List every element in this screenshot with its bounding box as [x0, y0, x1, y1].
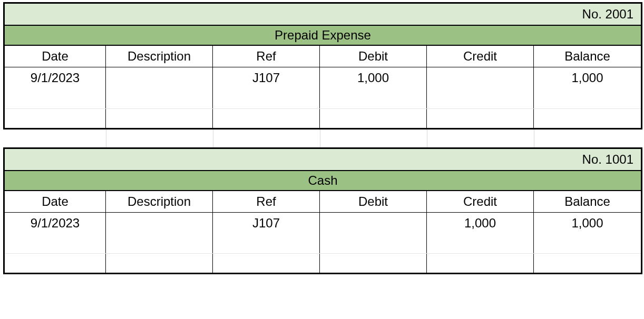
col-header-balance: Balance [534, 45, 642, 67]
table-row: 9/1/2023 J107 1,000 1,000 [4, 212, 642, 234]
col-header-description: Description [106, 191, 213, 213]
account-number-row: No. 2001 [4, 3, 642, 26]
column-header-row: Date Description Ref Debit Credit Balanc… [4, 45, 642, 67]
table-row [4, 254, 642, 274]
table-row [4, 108, 642, 128]
cell-description [106, 67, 213, 89]
cell-credit [427, 67, 534, 89]
cell-debit: 1,000 [320, 67, 427, 89]
col-header-debit: Debit [320, 191, 427, 213]
table-row: 9/1/2023 J107 1,000 1,000 [4, 67, 642, 89]
cell-date: 9/1/2023 [4, 212, 106, 234]
cell-balance: 1,000 [534, 212, 642, 234]
table-row [4, 88, 642, 108]
table-row [4, 234, 642, 254]
column-header-row: Date Description Ref Debit Credit Balanc… [4, 191, 642, 213]
account-name: Cash [4, 171, 642, 191]
cell-debit [320, 212, 427, 234]
col-header-balance: Balance [534, 191, 642, 213]
col-header-debit: Debit [320, 45, 427, 67]
col-header-credit: Credit [427, 191, 534, 213]
col-header-date: Date [4, 191, 106, 213]
account-name-row: Cash [4, 171, 642, 191]
col-header-ref: Ref [213, 45, 320, 67]
cell-balance: 1,000 [534, 67, 642, 89]
account-name-row: Prepaid Expense [4, 25, 642, 45]
cell-ref: J107 [213, 67, 320, 89]
ledger-prepaid-expense: No. 2001 Prepaid Expense Date Descriptio… [3, 2, 642, 129]
col-header-date: Date [4, 45, 106, 67]
account-number: No. 2001 [4, 3, 642, 26]
cell-description [106, 212, 213, 234]
col-header-credit: Credit [427, 45, 534, 67]
cell-credit: 1,000 [427, 212, 534, 234]
account-name: Prepaid Expense [4, 25, 642, 45]
account-number-row: No. 1001 [4, 148, 642, 171]
col-header-ref: Ref [213, 191, 320, 213]
col-header-description: Description [106, 45, 213, 67]
account-number: No. 1001 [4, 148, 642, 171]
cell-ref: J107 [213, 212, 320, 234]
ledger-gap [3, 129, 641, 147]
cell-date: 9/1/2023 [4, 67, 106, 89]
ledger-cash: No. 1001 Cash Date Description Ref Debit… [3, 147, 642, 275]
